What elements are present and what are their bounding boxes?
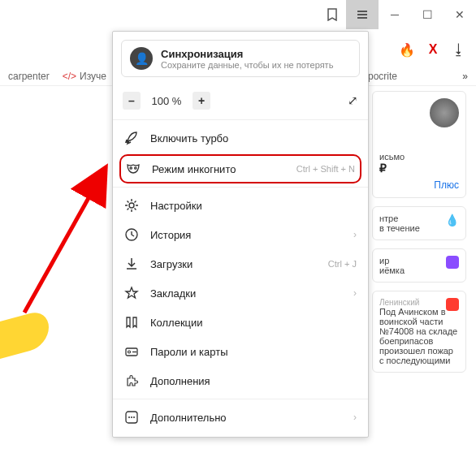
bookmark-label: Изуче (80, 71, 106, 82)
svg-point-3 (128, 351, 131, 353)
chevron-right-icon: › (353, 229, 357, 240)
menu-item-shortcut: Ctrl + J (328, 259, 357, 269)
card-text: в течение (379, 223, 420, 233)
bookmark-item[interactable]: carpenter (8, 71, 50, 82)
bookmark-label: carpenter (8, 71, 50, 82)
svg-point-6 (131, 416, 132, 418)
mask-icon (126, 162, 141, 176)
card-text: ир (379, 256, 389, 265)
sync-title: Синхронизация (161, 48, 333, 60)
avatar (430, 98, 459, 127)
flag-bookmark-icon (326, 8, 339, 21)
menu-item-label: Пароли и карты (150, 346, 357, 358)
menu-item-label: Дополнительно (150, 412, 342, 424)
menu-item-label: Загрузки (150, 258, 317, 270)
menu-item-addons[interactable]: Дополнения (113, 366, 368, 395)
zoom-value: 100 % (149, 95, 184, 107)
menu-item-settings[interactable]: Настройки (113, 191, 368, 220)
menu-item-label: Настройки (150, 200, 357, 212)
card-text: нтре (379, 214, 398, 223)
card-money: ₽ (379, 162, 387, 175)
fullscreen-button[interactable]: ⤢ (348, 93, 358, 108)
widget-card[interactable]: исьмо ₽ Плюс (372, 91, 466, 198)
zoom-controls: – 100 % + ⤢ (113, 85, 368, 116)
close-button[interactable]: ✕ (444, 0, 476, 29)
window-controls: ─ ☐ ✕ (318, 0, 476, 29)
widget-news-card[interactable]: Ленинский Под Ачинском в воинской части … (372, 291, 466, 373)
rocket-icon (124, 131, 139, 145)
menu-item-downloads[interactable]: Загрузки Ctrl + J (113, 249, 368, 278)
x-extension-icon[interactable]: X (424, 41, 442, 58)
key-card-icon (124, 344, 139, 359)
card-text: исьмо (379, 152, 405, 162)
menu-item-label: Включить турбо (150, 132, 357, 145)
svg-point-0 (129, 203, 134, 208)
menu-item-label: Дополнения (150, 375, 357, 387)
puzzle-icon (124, 373, 139, 388)
menu-item-turbo[interactable]: Включить турбо (113, 123, 368, 153)
zoom-out-button[interactable]: – (123, 92, 141, 110)
maximize-button[interactable]: ☐ (411, 0, 444, 29)
separator (113, 119, 368, 120)
code-icon: </> (63, 71, 76, 82)
menu-item-more[interactable]: Дополнительно › (113, 403, 368, 432)
dots-square-icon (124, 410, 139, 425)
widget-card[interactable]: 💧 нтре в течение (372, 206, 466, 240)
separator (113, 187, 368, 188)
avatar-icon: 👤 (130, 47, 153, 70)
menu-item-shortcut: Ctrl + Shift + N (296, 164, 355, 174)
bookmarks-more-button[interactable]: » (462, 71, 468, 82)
widget-card[interactable]: ир иёмка (372, 248, 466, 283)
droplet-icon: 💧 (445, 214, 459, 227)
main-menu-dropdown: 👤 Синхронизация Сохраните данные, чтобы … (112, 31, 369, 438)
plus-link[interactable]: Плюс (434, 179, 459, 191)
sync-promo[interactable]: 👤 Синхронизация Сохраните данные, чтобы … (121, 40, 360, 77)
menu-item-favorites[interactable]: Закладки › (113, 278, 368, 308)
collections-icon (124, 315, 139, 330)
star-icon (124, 286, 139, 300)
news-text: Под Ачинском в воинской части №74008 на … (379, 307, 459, 365)
svg-point-7 (133, 416, 135, 418)
card-text: иёмка (379, 265, 405, 275)
menu-item-label: Закладки (150, 287, 342, 300)
chevron-right-icon: › (353, 412, 357, 423)
menu-item-collections[interactable]: Коллекции (113, 308, 368, 337)
purple-app-icon (446, 256, 459, 269)
hot-icon[interactable]: 🔥 (398, 41, 416, 58)
clock-icon (124, 227, 139, 242)
sync-subtitle: Сохраните данные, чтобы их не потерять (161, 60, 333, 70)
chevron-right-icon: › (353, 287, 357, 299)
menu-item-label: Коллекции (150, 317, 357, 329)
annotation-arrow (8, 142, 114, 321)
right-side-widgets: исьмо ₽ Плюс 💧 нтре в течение ир иёмка Л… (372, 91, 466, 373)
bookmark-icon[interactable] (318, 0, 346, 29)
menu-item-incognito[interactable]: Режим инкогнито Ctrl + Shift + N (119, 154, 361, 183)
separator (113, 399, 368, 399)
download-icon[interactable]: ⭳ (450, 41, 468, 58)
news-source-icon (446, 298, 459, 311)
menu-item-label: Режим инкогнито (152, 163, 285, 175)
menu-item-label: История (150, 229, 342, 241)
gear-icon (124, 198, 139, 213)
yellow-shape (0, 309, 49, 359)
menu-item-passwords[interactable]: Пароли и карты (113, 337, 368, 366)
hamburger-icon (356, 8, 369, 21)
menu-item-history[interactable]: История › (113, 220, 368, 249)
extension-row: 🔥 X ⭳ (398, 41, 468, 58)
hamburger-menu-button[interactable] (346, 0, 379, 29)
minimize-button[interactable]: ─ (379, 0, 411, 29)
download-arrow-icon (124, 257, 139, 271)
zoom-in-button[interactable]: + (193, 92, 210, 110)
svg-point-5 (128, 416, 130, 418)
bookmark-item[interactable]: </> Изуче (63, 71, 106, 82)
